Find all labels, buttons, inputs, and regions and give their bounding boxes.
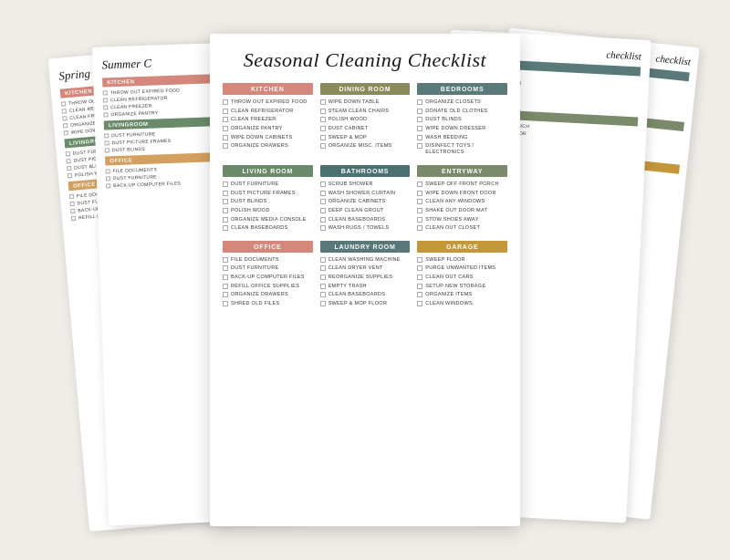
checkbox[interactable] — [417, 135, 422, 140]
checkbox[interactable] — [223, 191, 228, 196]
checklist-item: SHRED OLD FILES — [223, 300, 313, 306]
checkbox[interactable] — [223, 292, 228, 297]
page-title: Seasonal Cleaning Checklist — [223, 48, 507, 72]
checklist-item: ORGANIZE PANTRY — [223, 125, 313, 131]
checkbox[interactable] — [417, 208, 422, 213]
checklist-item: ORGANIZE DRAWERS — [223, 142, 313, 149]
item-text: SETUP NEW STORAGE — [425, 283, 485, 289]
checkbox[interactable] — [417, 199, 422, 204]
checkbox[interactable] — [417, 301, 422, 306]
checkbox[interactable] — [223, 217, 228, 223]
checkbox[interactable] — [223, 181, 228, 187]
checklist-item: REORGANIZE SUPPLIES — [320, 274, 411, 280]
checkbox[interactable] — [320, 275, 326, 280]
checklist-item: WIPE DOWN DRESSER — [417, 125, 507, 131]
item-text: ORGANIZE ITEMS — [425, 291, 472, 297]
checkbox[interactable] — [223, 225, 228, 231]
checkbox[interactable] — [320, 208, 326, 213]
checkbox[interactable] — [320, 225, 326, 231]
item-text: DONATE OLD CLOTHES — [425, 108, 487, 114]
checkbox[interactable] — [320, 265, 326, 271]
item-text: SWEEP FLOOR — [425, 256, 465, 263]
checklist-item: CLEAN BASEBOARDS — [320, 291, 411, 297]
item-text: CLEAN FREEZER — [231, 116, 276, 122]
checkbox[interactable] — [417, 265, 422, 271]
checkbox[interactable] — [320, 109, 326, 114]
item-text: CLEAN DRYER VENT — [328, 264, 383, 271]
item-text: SWEEP & MOP — [328, 134, 367, 140]
checklist-item: CLEAN WINDOWS — [417, 300, 507, 306]
checkbox[interactable] — [417, 181, 422, 187]
item-text: ORGANIZE DRAWERS — [231, 291, 288, 297]
item-text: DISINFECT TOYS / ELECTRONICS — [425, 142, 507, 155]
checkbox[interactable] — [320, 199, 326, 204]
checkbox[interactable] — [320, 284, 326, 289]
checkbox[interactable] — [417, 284, 422, 289]
checkbox[interactable] — [417, 225, 422, 231]
checklist-item: ORGANIZE CLOSETS — [417, 99, 507, 105]
checklist-item: ORGANIZE DRAWERS — [223, 291, 313, 297]
checklist-item: DISINFECT TOYS / ELECTRONICS — [417, 142, 507, 155]
section-header-kitchen: KITCHEN — [223, 83, 313, 95]
checkbox[interactable] — [320, 135, 326, 140]
checkbox[interactable] — [223, 301, 228, 306]
checklist-item: ORGANIZE CABINETS — [320, 198, 411, 204]
checkbox[interactable] — [320, 257, 326, 263]
checkbox[interactable] — [223, 257, 228, 263]
item-text: WIPE DOWN DRESSER — [425, 125, 485, 131]
checkbox[interactable] — [417, 126, 422, 131]
checkbox[interactable] — [320, 117, 326, 122]
checklist-item: BACK-UP COMPUTER FILES — [223, 274, 313, 280]
item-text: CLEAN OUT CARS — [425, 274, 473, 280]
checklist-item: THROW OUT EXPIRED FOOD — [223, 99, 313, 105]
checkbox[interactable] — [223, 199, 228, 204]
checkbox[interactable] — [223, 99, 228, 105]
section-garage: GARAGE SWEEP FLOOR PURGE UNWANTED ITEMS … — [417, 241, 507, 309]
checklist-item: SWEEP & MOP FLOOR — [320, 300, 411, 306]
item-text: CLEAN REFRIGERATOR — [231, 108, 293, 114]
checkbox[interactable] — [320, 126, 326, 131]
item-text: SWEEP & MOP FLOOR — [328, 300, 388, 306]
checkbox[interactable] — [223, 135, 228, 140]
checklist-item: FILE DOCUMENTS — [223, 256, 313, 263]
checkbox[interactable] — [417, 109, 422, 114]
main-checklist-page: Seasonal Cleaning Checklist KITCHEN THRO… — [210, 34, 520, 526]
checkbox[interactable] — [320, 217, 326, 223]
checkbox[interactable] — [417, 191, 422, 196]
checkbox[interactable] — [320, 292, 326, 297]
checklist-item: CLEAN OUT CARS — [417, 274, 507, 280]
item-text: CLEAN BASEBOARDS — [231, 224, 288, 231]
checkbox[interactable] — [417, 143, 422, 149]
checklist-item: CLEAN BASEBOARDS — [320, 216, 411, 223]
checkbox[interactable] — [223, 126, 228, 131]
checkbox[interactable] — [320, 181, 326, 187]
checkbox[interactable] — [320, 143, 326, 149]
item-text: DUST FURNITURE — [231, 264, 278, 271]
checkbox[interactable] — [417, 217, 422, 223]
item-text: DEEP CLEAN GROUT — [328, 207, 384, 213]
checkbox[interactable] — [417, 117, 422, 122]
checkbox[interactable] — [417, 99, 422, 105]
section-header-laundry-room: LAUNDRY ROOM — [320, 241, 411, 253]
checklist-item: WIPE DOWN TABLE — [320, 99, 411, 105]
checkbox[interactable] — [223, 117, 228, 122]
checklist-item: PURGE UNWANTED ITEMS — [417, 264, 507, 271]
checkbox[interactable] — [223, 143, 228, 149]
checkbox[interactable] — [223, 275, 228, 280]
checkbox[interactable] — [320, 191, 326, 196]
checkbox[interactable] — [417, 275, 422, 280]
checkbox[interactable] — [417, 292, 422, 297]
checkbox[interactable] — [417, 257, 422, 263]
checklist-item: DUST FURNITURE — [223, 181, 313, 187]
item-text: ORGANIZE DRAWERS — [231, 142, 288, 149]
checkbox[interactable] — [320, 301, 326, 306]
checkbox[interactable] — [223, 265, 228, 271]
checklist-item: DONATE OLD CLOTHES — [417, 108, 507, 114]
checklist-item: WASH SHOWER CURTAIN — [320, 190, 411, 196]
checkbox[interactable] — [223, 109, 228, 114]
section-header-entryway: ENTRYWAY — [417, 165, 507, 177]
item-text: WIPE DOWN CABINETS — [231, 134, 292, 140]
checkbox[interactable] — [223, 284, 228, 289]
checkbox[interactable] — [320, 99, 326, 105]
checkbox[interactable] — [223, 208, 228, 213]
